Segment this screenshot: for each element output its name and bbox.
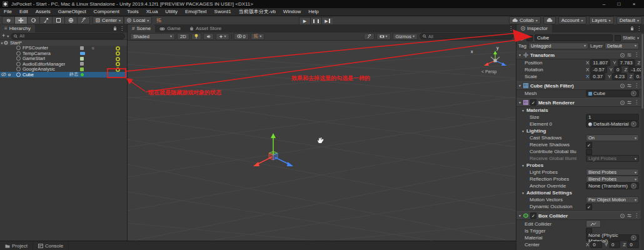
2d-toggle[interactable]: 2D: [177, 33, 189, 40]
hidden-eye-icon[interactable]: [1, 72, 6, 76]
rotation-x-field[interactable]: -0.57: [590, 66, 606, 73]
menu-edit[interactable]: Edit: [16, 8, 32, 16]
physic-material-field[interactable]: None (Physic Material): [586, 234, 639, 241]
hierarchy-item-tempcamera[interactable]: TempCamera: [0, 51, 127, 56]
kebab-menu-icon[interactable]: [634, 100, 639, 105]
visibility-eye-icon[interactable]: [116, 57, 120, 61]
rotation-y-field[interactable]: 0: [614, 66, 621, 73]
menu-help[interactable]: Help: [304, 8, 322, 16]
materials-section-header[interactable]: Materials: [518, 107, 639, 114]
menu-assets[interactable]: Assets: [32, 8, 54, 16]
pivot-mode-button[interactable]: Center: [93, 16, 124, 24]
element0-object-field[interactable]: Default-Material: [586, 121, 639, 128]
visibility-eye-icon[interactable]: [116, 68, 120, 72]
position-x-field[interactable]: 11.807: [590, 59, 610, 66]
hierarchy-item-audioeditormanager[interactable]: AudioEditorManager: [0, 61, 127, 67]
orientation-mode-button[interactable]: Local: [124, 16, 152, 24]
rect-tool-icon[interactable]: [52, 16, 64, 24]
motion-vectors-dropdown[interactable]: Per Object Motion: [586, 196, 639, 203]
shading-mode-dropdown[interactable]: Shaded: [130, 33, 175, 40]
rotate-tool-icon[interactable]: [27, 16, 39, 24]
object-picker-icon[interactable]: [631, 235, 636, 241]
hierarchy-search-input[interactable]: All: [11, 33, 125, 39]
hierarchy-item-googleanalysic[interactable]: GoogleAnalysic: [0, 67, 127, 72]
mesh-filter-component-header[interactable]: Cube (Mesh Filter): [516, 81, 644, 90]
custom-scene-tool-dropdown[interactable]: 拓: [251, 33, 265, 40]
persp-label[interactable]: < Persp: [481, 69, 496, 74]
menu-emojitext[interactable]: EmojiText: [181, 8, 211, 16]
tab-asset-store[interactable]: Asset Store: [185, 24, 226, 32]
gizmos-dropdown[interactable]: Gizmos: [393, 33, 418, 40]
tab-game[interactable]: Game: [155, 24, 185, 32]
tab-project[interactable]: Project: [0, 241, 33, 250]
visibility-eye-icon[interactable]: [116, 51, 120, 56]
tag-dropdown[interactable]: Untagged: [528, 42, 588, 49]
active-checkbox[interactable]: [526, 35, 533, 41]
receive-shadows-checkbox[interactable]: [586, 142, 592, 148]
close-button[interactable]: ×: [626, 0, 641, 8]
collab-button[interactable]: Collab: [509, 16, 541, 24]
object-picker-icon[interactable]: [631, 91, 636, 96]
effects-dropdown[interactable]: [216, 33, 229, 40]
scrollbar-thumb[interactable]: [641, 34, 643, 109]
lock-icon[interactable]: [630, 26, 634, 31]
hand-tool-icon[interactable]: [2, 16, 14, 24]
layers-button[interactable]: Layers: [589, 16, 614, 24]
lighting-toggle[interactable]: [191, 33, 201, 40]
fold-arrow-icon[interactable]: [518, 213, 521, 218]
fold-arrow-icon[interactable]: [518, 52, 521, 58]
transform-component-header[interactable]: Transform: [516, 51, 644, 59]
kebab-menu-icon[interactable]: [634, 83, 639, 88]
transform-tool-icon[interactable]: [64, 16, 77, 24]
lighting-section-header[interactable]: Lighting: [518, 128, 639, 134]
edit-collider-button[interactable]: [586, 220, 601, 228]
kebab-menu-icon[interactable]: [508, 26, 513, 31]
hierarchy-item-fpscounter[interactable]: FPSCounter u: [0, 46, 127, 51]
presets-icon[interactable]: [627, 214, 631, 218]
object-picker-icon[interactable]: [631, 121, 636, 127]
pick-hand-icon[interactable]: [8, 72, 11, 76]
object-picker-icon[interactable]: [631, 183, 636, 189]
position-y-field[interactable]: 7.783: [618, 59, 635, 66]
presets-icon[interactable]: [627, 101, 631, 104]
account-button[interactable]: Account: [558, 16, 586, 24]
static-dropdown-caret-icon[interactable]: [637, 36, 639, 41]
mesh-object-field[interactable]: Cube: [586, 90, 639, 97]
additional-settings-header[interactable]: Additional Settings: [518, 189, 639, 196]
menu-xlua[interactable]: XLua: [143, 8, 162, 16]
menu-utility[interactable]: Utility: [161, 8, 181, 16]
tab-hierarchy[interactable]: Hierarchy: [0, 24, 35, 32]
kebab-menu-icon[interactable]: [634, 52, 639, 58]
move-gizmo[interactable]: [248, 128, 304, 178]
presets-icon[interactable]: [627, 84, 631, 88]
scene-viewport[interactable]: x y < Persp: [128, 41, 516, 241]
reflection-probes-dropdown[interactable]: Blend Probes: [586, 176, 639, 182]
menu-gameobject[interactable]: GameObject: [54, 8, 90, 16]
fold-arrow-icon[interactable]: [518, 83, 521, 88]
help-icon[interactable]: [620, 214, 625, 218]
scene-row[interactable]: Start*: [0, 40, 127, 46]
audio-toggle[interactable]: [203, 33, 214, 40]
cloud-services-button[interactable]: [543, 16, 556, 24]
visibility-eye-icon[interactable]: [116, 62, 120, 66]
cast-shadows-dropdown[interactable]: On: [586, 134, 639, 141]
scene-tools-button[interactable]: [364, 33, 375, 40]
tab-inspector[interactable]: Inspector: [516, 24, 552, 32]
menu-tools[interactable]: Tools: [123, 8, 143, 16]
static-checkbox[interactable]: [615, 35, 621, 41]
tab-console[interactable]: Console: [33, 241, 69, 250]
component-enabled-checkbox[interactable]: [530, 212, 536, 219]
contribute-gi-checkbox[interactable]: [586, 149, 592, 155]
kebab-menu-icon[interactable]: [636, 26, 641, 31]
center-x-field[interactable]: 0: [590, 241, 601, 248]
visibility-eye-icon[interactable]: [116, 46, 120, 51]
create-button[interactable]: [2, 33, 5, 39]
menu-window[interactable]: Window: [279, 8, 304, 16]
anchor-override-field[interactable]: None (Transform): [586, 182, 639, 189]
help-icon[interactable]: [620, 84, 625, 88]
probes-section-header[interactable]: Probes: [518, 162, 639, 169]
tab-scene[interactable]: Scene: [128, 24, 155, 32]
component-enabled-checkbox[interactable]: [530, 99, 536, 106]
fold-arrow-icon[interactable]: [518, 100, 521, 105]
help-icon[interactable]: [620, 53, 625, 58]
